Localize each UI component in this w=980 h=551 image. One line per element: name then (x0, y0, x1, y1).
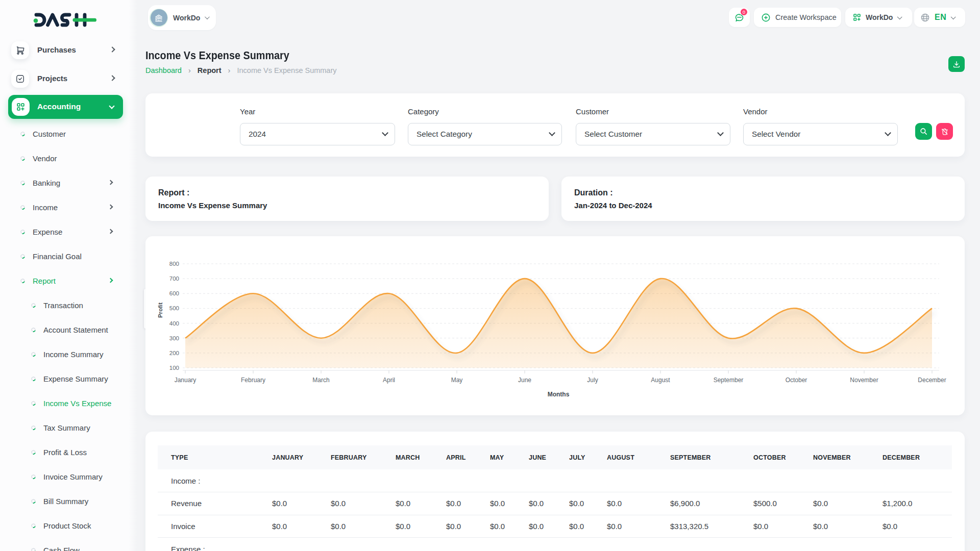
svg-text:700: 700 (169, 276, 179, 282)
svg-text:500: 500 (169, 305, 179, 311)
svg-text:100: 100 (169, 365, 179, 371)
svg-text:September: September (714, 377, 744, 384)
svg-text:300: 300 (169, 335, 179, 341)
svg-text:December: December (918, 377, 946, 384)
svg-text:July: July (587, 377, 598, 384)
svg-text:January: January (175, 377, 197, 384)
svg-text:600: 600 (169, 290, 179, 296)
svg-text:November: November (850, 377, 878, 384)
svg-text:Months: Months (548, 391, 570, 398)
svg-text:800: 800 (169, 261, 179, 267)
svg-text:February: February (241, 377, 265, 384)
svg-text:400: 400 (169, 320, 179, 327)
svg-text:200: 200 (169, 350, 179, 356)
svg-text:October: October (786, 377, 807, 384)
svg-text:May: May (451, 377, 463, 384)
svg-text:April: April (383, 377, 395, 384)
svg-text:August: August (651, 377, 670, 384)
svg-text:Profit: Profit (157, 303, 163, 318)
svg-text:March: March (312, 377, 329, 384)
svg-text:June: June (518, 377, 531, 384)
